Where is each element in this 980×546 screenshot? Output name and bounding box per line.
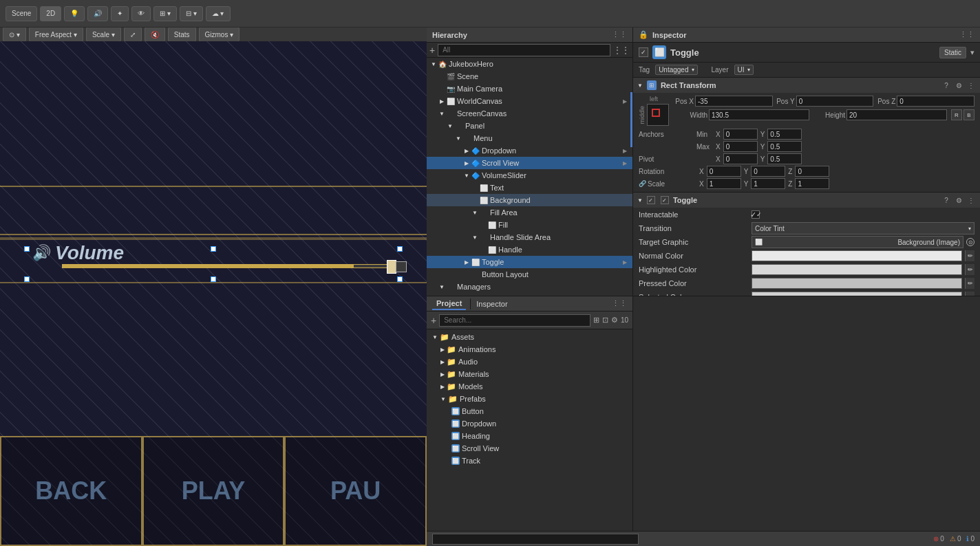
toggle-overflow-icon[interactable]: ⋮ bbox=[966, 195, 976, 205]
project-search-input[interactable] bbox=[439, 314, 590, 327]
toggle-component-header[interactable]: ▼ ✓ ✓ Toggle ? ⚙ ⋮ bbox=[633, 193, 980, 208]
pos-x-input[interactable] bbox=[695, 96, 773, 107]
inspector-menu-icon[interactable]: ⋮⋮ bbox=[959, 30, 974, 39]
tree-arrow-background[interactable] bbox=[471, 196, 479, 204]
hierarchy-menu-icon[interactable]: ⋮⋮ bbox=[612, 30, 627, 39]
rot-y-input[interactable] bbox=[751, 166, 785, 177]
pos-z-input[interactable] bbox=[897, 96, 974, 107]
project-item-heading[interactable]: ⬜ Heading bbox=[427, 430, 632, 442]
highlighted-color-eyedropper[interactable]: ✏ bbox=[965, 264, 974, 275]
project-tab[interactable]: Project bbox=[432, 298, 466, 310]
btn-pause[interactable]: PAU bbox=[284, 436, 427, 546]
obj-active-toggle[interactable]: ✓ bbox=[639, 47, 648, 57]
btn-back[interactable]: BACK bbox=[0, 436, 142, 546]
error-badge[interactable]: ⊗ 0 bbox=[933, 535, 944, 543]
hierarchy-item-fill-area[interactable]: ▼Fill Area bbox=[427, 206, 632, 219]
toolbar-account-btn[interactable]: ☁ ▾ bbox=[206, 6, 231, 21]
project-folder-assets[interactable]: ▼ 📁 Assets bbox=[427, 331, 632, 343]
tree-arrow-button-layout[interactable] bbox=[462, 270, 471, 279]
project-menu-icon[interactable]: ⋮⋮ bbox=[612, 299, 627, 308]
toolbar-scene-btn[interactable]: Scene bbox=[6, 6, 37, 21]
lock-icon[interactable]: 🔒 bbox=[639, 30, 648, 39]
scene-aspect-btn[interactable]: ⊙ ▾ bbox=[3, 28, 26, 42]
normal-color-eyedropper[interactable]: ✏ bbox=[965, 250, 974, 261]
hierarchy-search-input[interactable] bbox=[438, 44, 610, 56]
toolbar-effects-btn[interactable]: ✦ bbox=[111, 6, 129, 21]
pivot-y-input[interactable] bbox=[767, 153, 802, 164]
pos-y-input[interactable] bbox=[796, 96, 874, 107]
tree-arrow-main-camera[interactable] bbox=[438, 85, 446, 93]
hierarchy-item-scene[interactable]: 🎬Scene bbox=[427, 70, 632, 83]
toolbar-lighting-btn[interactable]: 💡 bbox=[64, 6, 85, 21]
warning-badge[interactable]: ⚠ 0 bbox=[950, 535, 961, 543]
toggle-checkbox-scene[interactable] bbox=[396, 261, 407, 272]
min-y-input[interactable] bbox=[767, 129, 802, 140]
rect-transform-help-icon[interactable]: ? bbox=[941, 80, 951, 90]
hierarchy-item-button-layout[interactable]: Button Layout bbox=[427, 268, 632, 281]
rect-transform-settings-icon[interactable]: ⚙ bbox=[954, 80, 963, 90]
hierarchy-item-screen-canvas[interactable]: ▼ScreenCanvas bbox=[427, 107, 632, 120]
toolbar-layers-btn[interactable]: ⊟ ▾ bbox=[180, 6, 203, 21]
toggle-settings-icon[interactable]: ⚙ bbox=[954, 195, 963, 205]
hierarchy-item-jukebox-hero[interactable]: ▼🏠JukeboxHero bbox=[427, 58, 632, 70]
hierarchy-item-scroll-view[interactable]: ▶🔷Scroll View▶ bbox=[427, 157, 632, 169]
project-folder-audio[interactable]: ▶ 📁 Audio bbox=[427, 356, 632, 368]
tree-arrow-world-canvas[interactable]: ▶ bbox=[438, 97, 446, 105]
hierarchy-item-text[interactable]: ⬜Text bbox=[427, 182, 632, 194]
highlighted-color-field[interactable] bbox=[752, 264, 962, 275]
hierarchy-item-world-canvas[interactable]: ▶⬜WorldCanvas▶ bbox=[427, 95, 632, 107]
transition-dropdown[interactable]: Color Tint ▾ bbox=[752, 222, 974, 234]
hierarchy-item-handle[interactable]: ⬜Handle bbox=[427, 243, 632, 256]
project-item-dropdown[interactable]: ⬜ Dropdown bbox=[427, 417, 632, 430]
info-badge[interactable]: ℹ 0 bbox=[966, 535, 974, 543]
scale-y-input[interactable] bbox=[751, 178, 785, 189]
tree-arrow-scene[interactable] bbox=[438, 72, 446, 80]
max-x-input[interactable] bbox=[723, 141, 758, 152]
slider-handle[interactable] bbox=[387, 260, 396, 274]
hierarchy-item-handle-slide-area[interactable]: ▼Handle Slide Area bbox=[427, 231, 632, 243]
inspector-tab-bottom[interactable]: Inspector bbox=[470, 298, 513, 309]
hierarchy-item-panel[interactable]: ▼Panel bbox=[427, 120, 632, 132]
normal-color-field[interactable] bbox=[752, 250, 962, 261]
tree-arrow-panel[interactable]: ▼ bbox=[446, 122, 454, 130]
max-y-input[interactable] bbox=[767, 141, 802, 152]
project-filter-icon[interactable]: ⊡ bbox=[602, 316, 608, 325]
static-badge[interactable]: Static bbox=[939, 47, 966, 58]
tree-arrow-handle[interactable] bbox=[479, 245, 487, 254]
scale-x-input[interactable] bbox=[707, 178, 741, 189]
hierarchy-item-volume-slider[interactable]: ▼🔷VolumeSlider bbox=[427, 169, 632, 182]
tree-arrow-text[interactable] bbox=[471, 184, 479, 192]
obj-name[interactable]: Toggle bbox=[670, 47, 935, 58]
min-x-input[interactable] bbox=[723, 129, 758, 140]
project-item-scroll-view[interactable]: ⬜ Scroll View bbox=[427, 442, 632, 455]
tree-arrow-managers[interactable]: ▼ bbox=[438, 283, 446, 291]
project-settings-icon[interactable]: ⚙ bbox=[611, 316, 618, 325]
slider-track[interactable] bbox=[62, 264, 394, 268]
rect-transform-header[interactable]: ▼ ⊞ Rect Transform ? ⚙ ⋮ bbox=[633, 78, 980, 93]
rot-z-input[interactable] bbox=[795, 166, 829, 177]
toolbar-2d-btn[interactable]: 2D bbox=[40, 6, 61, 21]
tag-dropdown[interactable]: Untagged ▾ bbox=[655, 65, 697, 75]
hierarchy-item-dropdown[interactable]: ▶🔷Dropdown▶ bbox=[427, 144, 632, 157]
project-folder-prefabs[interactable]: ▼ 📁 Prefabs bbox=[427, 393, 632, 405]
hierarchy-item-background[interactable]: ⬜Background bbox=[427, 194, 632, 206]
rot-x-input[interactable] bbox=[707, 166, 741, 177]
tree-arrow-volume-slider[interactable]: ▼ bbox=[462, 171, 471, 179]
rt-b-btn[interactable]: B bbox=[963, 109, 974, 120]
project-item-button[interactable]: ⬜ Button bbox=[427, 405, 632, 417]
scene-gizmos-btn[interactable]: Gizmos ▾ bbox=[199, 28, 240, 42]
tree-arrow-handle-slide-area[interactable]: ▼ bbox=[471, 233, 479, 241]
tree-arrow-screen-canvas[interactable]: ▼ bbox=[438, 109, 446, 118]
layer-dropdown[interactable]: UI ▾ bbox=[734, 65, 754, 75]
project-folder-models[interactable]: ▶ 📁 Models bbox=[427, 380, 632, 393]
scene-stats-btn[interactable]: Stats bbox=[168, 28, 196, 42]
tree-arrow-fill-area[interactable]: ▼ bbox=[471, 208, 479, 217]
hierarchy-item-toggle[interactable]: ▶⬜Toggle▶ bbox=[427, 256, 632, 268]
scene-mute-btn[interactable]: 🔇 bbox=[145, 28, 165, 42]
tree-arrow-event-system[interactable] bbox=[446, 295, 454, 296]
project-item-track[interactable]: ⬜ Track bbox=[427, 455, 632, 467]
hierarchy-add-icon[interactable]: + bbox=[429, 45, 435, 56]
tree-arrow-menu[interactable]: ▼ bbox=[454, 134, 462, 142]
scene-canvas[interactable]: 🔊 Volume BACK PLAY PAU bbox=[0, 41, 427, 546]
hierarchy-item-main-camera[interactable]: 📷Main Camera bbox=[427, 83, 632, 95]
